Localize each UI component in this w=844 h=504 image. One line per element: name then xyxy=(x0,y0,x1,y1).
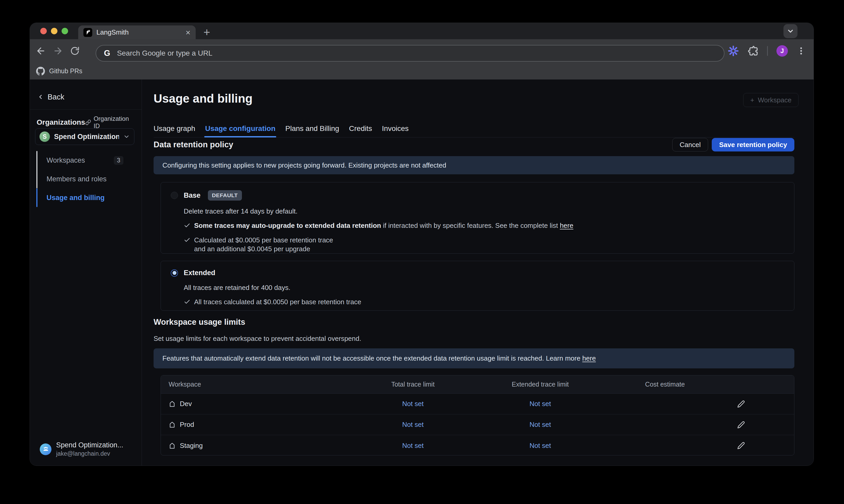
base-description: Delete traces after 14 days by default. xyxy=(184,207,784,215)
dev-total-limit-link[interactable]: Not set xyxy=(358,400,467,408)
user-name: Spend Optimization... xyxy=(56,441,123,449)
extended-radio[interactable] xyxy=(171,269,178,277)
base-point-1: Some traces may auto-upgrade to extended… xyxy=(184,221,784,230)
sidebar: Back Organizations Organization ID S Spe… xyxy=(30,79,142,466)
address-bar[interactable]: G Search Google or type a URL xyxy=(96,45,724,61)
table-row-prod: Prod Not set Not set xyxy=(161,414,794,435)
workspaces-count-badge: 3 xyxy=(114,156,123,165)
sidebar-item-usage-and-billing[interactable]: Usage and billing xyxy=(36,188,137,207)
sidebar-divider xyxy=(30,109,142,110)
spark-extension-icon[interactable] xyxy=(728,45,739,57)
table-row-staging: Staging Not set Not set xyxy=(161,435,794,455)
new-tab-icon[interactable]: + xyxy=(203,26,210,38)
window-controls xyxy=(40,28,68,34)
page-title: Usage and billing xyxy=(154,91,253,106)
learn-more-link[interactable]: here xyxy=(582,354,596,362)
tab-invoices[interactable]: Invoices xyxy=(382,120,409,137)
browser-toolbar: G Search Google or type a URL J xyxy=(30,39,813,62)
toolbar-separator xyxy=(767,46,768,56)
pencil-icon xyxy=(737,442,745,449)
user-email: jake@langchain.dev xyxy=(56,450,123,457)
sidebar-item-members-and-roles[interactable]: Members and roles xyxy=(36,170,137,188)
save-retention-policy-button[interactable]: Save retention policy xyxy=(712,138,794,151)
workspace-icon xyxy=(169,400,176,407)
link-icon xyxy=(85,119,91,125)
check-icon xyxy=(184,299,191,305)
back-icon[interactable] xyxy=(36,46,46,56)
check-icon xyxy=(184,222,191,229)
plus-icon: + xyxy=(750,96,754,104)
tab-search-chevron-icon[interactable] xyxy=(784,24,797,38)
add-workspace-button[interactable]: + Workspace xyxy=(743,93,798,107)
organization-avatar: S xyxy=(39,131,50,142)
bookmarks-bar: Github PRs xyxy=(30,62,813,79)
reload-icon[interactable] xyxy=(70,46,80,56)
workspace-icon xyxy=(169,442,176,449)
default-badge: DEFAULT xyxy=(208,190,242,201)
extended-point-1: All traces calculated at $0.0050 per bas… xyxy=(184,298,784,306)
chevron-left-icon xyxy=(37,93,44,100)
tab-usage-configuration[interactable]: Usage configuration xyxy=(205,120,275,137)
close-window-button[interactable] xyxy=(40,28,47,34)
bookmark-github-prs[interactable]: Github PRs xyxy=(49,67,83,75)
zoom-window-button[interactable] xyxy=(61,28,68,34)
back-button[interactable]: Back xyxy=(37,91,64,103)
github-icon xyxy=(36,67,45,76)
user-avatar-icon xyxy=(40,444,51,455)
user-profile[interactable]: Spend Optimization... jake@langchain.dev xyxy=(40,441,123,457)
check-icon xyxy=(184,237,191,244)
tab-credits[interactable]: Credits xyxy=(349,120,372,137)
tab-close-icon[interactable]: × xyxy=(185,28,191,37)
organization-id-label: Organization ID xyxy=(93,115,134,130)
retention-notice-banner: Configuring this setting applies to new … xyxy=(154,156,794,174)
limits-notice-banner: Features that automatically extend data … xyxy=(154,348,794,368)
base-point-2: Calculated at $0.0005 per base retention… xyxy=(184,236,784,253)
pencil-icon xyxy=(737,400,745,408)
pencil-icon xyxy=(737,421,745,429)
dev-extended-limit-link[interactable]: Not set xyxy=(467,400,613,408)
main-tabs: Usage graph Usage configuration Plans an… xyxy=(154,120,794,138)
retention-heading: Data retention policy xyxy=(154,140,233,149)
tab-usage-graph[interactable]: Usage graph xyxy=(154,120,195,137)
staging-extended-limit-link[interactable]: Not set xyxy=(467,442,613,450)
table-header: Workspace Total trace limit Extended tra… xyxy=(161,375,794,394)
extensions-puzzle-icon[interactable] xyxy=(748,46,758,56)
browser-menu-kebab-icon[interactable] xyxy=(796,46,806,56)
prod-edit-button[interactable] xyxy=(717,421,794,429)
retention-option-extended[interactable]: Extended All traces are retained for 400… xyxy=(161,261,794,311)
organization-selector[interactable]: S Spend Optimization Tu... xyxy=(35,128,134,145)
extended-title: Extended xyxy=(184,269,215,277)
organizations-heading: Organizations xyxy=(37,118,85,127)
cancel-button[interactable]: Cancel xyxy=(672,138,708,151)
organization-id-button[interactable]: Organization ID xyxy=(85,115,134,130)
dev-edit-button[interactable] xyxy=(717,400,794,408)
main-panel: Usage and billing + Workspace Usage grap… xyxy=(142,79,813,466)
forward-icon[interactable] xyxy=(53,46,63,56)
extended-description: All traces are retained for 400 days. xyxy=(184,284,784,292)
complete-list-link[interactable]: here xyxy=(560,222,573,229)
langsmith-favicon-icon xyxy=(84,28,92,37)
browser-window: LangSmith × + G Search Google or type a … xyxy=(30,23,814,466)
staging-edit-button[interactable] xyxy=(717,442,794,449)
prod-total-limit-link[interactable]: Not set xyxy=(358,420,467,429)
workspace-icon xyxy=(169,421,176,428)
profile-avatar[interactable]: J xyxy=(776,45,788,57)
chevron-down-icon xyxy=(123,133,130,140)
staging-total-limit-link[interactable]: Not set xyxy=(358,442,467,450)
tab-title: LangSmith xyxy=(96,28,181,36)
base-radio[interactable] xyxy=(171,192,178,199)
organization-name: Spend Optimization Tu... xyxy=(54,133,119,141)
sidebar-item-workspaces[interactable]: Workspaces 3 xyxy=(36,151,137,170)
address-bar-placeholder: Search Google or type a URL xyxy=(117,49,212,57)
table-row-dev: Dev Not set Not set xyxy=(161,394,794,414)
prod-extended-limit-link[interactable]: Not set xyxy=(467,420,613,429)
retention-option-base[interactable]: Base DEFAULT Delete traces after 14 days… xyxy=(161,182,794,254)
workspace-limits-table: Workspace Total trace limit Extended tra… xyxy=(161,375,794,455)
google-icon: G xyxy=(104,49,110,58)
browser-tab[interactable]: LangSmith × xyxy=(78,25,196,39)
sidebar-nav: Workspaces 3 Members and roles Usage and… xyxy=(36,151,137,207)
workspace-usage-limits-heading: Workspace usage limits xyxy=(154,318,245,327)
tab-plans-and-billing[interactable]: Plans and Billing xyxy=(285,120,339,137)
base-title: Base xyxy=(184,192,201,199)
minimize-window-button[interactable] xyxy=(51,28,57,34)
